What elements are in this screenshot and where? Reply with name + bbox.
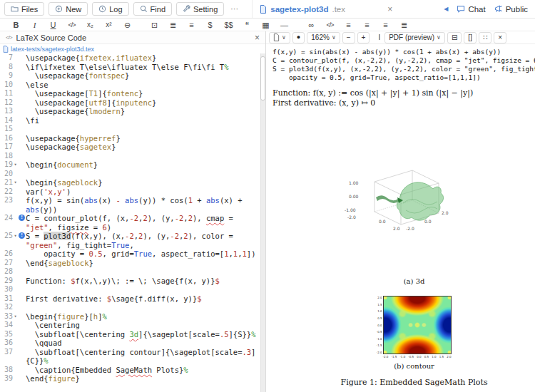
code-line[interactable]: 27\end{sageblock} bbox=[0, 259, 265, 268]
code-line[interactable]: 21▾\begin{sageblock} bbox=[0, 178, 265, 187]
fold-arrow-icon[interactable]: ▾ bbox=[13, 160, 18, 170]
brackets-view-button[interactable]: [] bbox=[464, 32, 477, 43]
code-line[interactable]: 32 bbox=[0, 303, 265, 312]
code-line[interactable]: 18 bbox=[0, 152, 265, 161]
find-button[interactable]: Find bbox=[133, 2, 172, 16]
more-menu-button[interactable]: ⋯ bbox=[228, 4, 240, 14]
code-line[interactable]: 9 \usepackage{fontspec} bbox=[0, 71, 265, 81]
info-badge-icon[interactable] bbox=[18, 214, 26, 232]
tab-sagetex-plot3d[interactable]: sagetex-plot3d.tex bbox=[252, 0, 379, 18]
horizontal-rule-button[interactable]: — bbox=[275, 19, 293, 31]
chat-button[interactable]: Chat bbox=[457, 5, 485, 14]
code-text[interactable]: \qquad bbox=[26, 339, 261, 348]
code-line[interactable]: 7\usepackage{ifxetex,ifluatex} bbox=[0, 53, 265, 63]
code-text[interactable]: \begin{document} bbox=[26, 160, 261, 170]
fold-arrow-icon[interactable]: ▾ bbox=[13, 232, 18, 249]
italic-button[interactable]: I bbox=[26, 19, 44, 31]
info-badge-icon[interactable] bbox=[18, 232, 26, 249]
code-text[interactable]: f(x,y) = sin(abs(x) - abs(y)) * cos(1 + … bbox=[26, 196, 261, 214]
code-line[interactable]: 36 \qquad bbox=[0, 339, 265, 348]
code-line[interactable]: 37 \subfloat[\centering contour]{\sagepl… bbox=[0, 348, 265, 366]
breadcrumb[interactable]: latex-tests/sagetex-plot3d.tex bbox=[0, 44, 265, 53]
code-line[interactable]: 13 \usepackage{lmodern} bbox=[0, 107, 265, 116]
code-line[interactable]: 29Function: $f(x,\,y)\; := \; \sage{f(x,… bbox=[0, 277, 265, 286]
superscript-button[interactable]: x² bbox=[100, 19, 118, 31]
editor-scrollbar-thumb[interactable] bbox=[260, 56, 265, 100]
code-text[interactable]: opacity = 0.5, grid=True, aspect_ratio=[… bbox=[26, 249, 261, 259]
split-view-button[interactable]: ⊟ bbox=[447, 32, 462, 43]
code-text[interactable]: \end{figure} bbox=[26, 374, 261, 383]
files-button[interactable]: Files bbox=[4, 2, 44, 16]
code-text[interactable] bbox=[26, 267, 261, 277]
new-button[interactable]: New bbox=[49, 2, 88, 16]
inline-math-button[interactable]: $ bbox=[201, 19, 219, 31]
code-text[interactable]: \usepackage{lmodern} bbox=[26, 107, 261, 116]
log-button[interactable]: Log bbox=[92, 2, 128, 16]
view-mode-dropdown[interactable]: PDF (preview)∨ bbox=[384, 32, 445, 43]
fullscreen-button[interactable]: ∷ bbox=[479, 32, 491, 43]
code-line[interactable]: 15 bbox=[0, 125, 265, 134]
code-text[interactable]: Function: $f(x,\,y)\; := \; \sage{f(x, y… bbox=[26, 277, 261, 286]
image-button[interactable]: ⊡ bbox=[146, 19, 163, 31]
code-line[interactable]: 34 \centering bbox=[0, 321, 265, 330]
code-text[interactable]: \usepackage{sagetex} bbox=[26, 143, 261, 152]
code-text[interactable]: \if\ifxetex T\else\ifluatex T\else F\fi\… bbox=[26, 63, 261, 72]
code-text[interactable]: S = plot3d(f(x,y), (x,-2,2), (y,-2,2), c… bbox=[26, 232, 261, 249]
page-menu-button[interactable]: ∨ bbox=[269, 32, 290, 43]
code-editor[interactable]: 7\usepackage{ifxetex,ifluatex}8\if\ifxet… bbox=[0, 53, 265, 392]
code-line[interactable]: 12 \usepackage[utf8]{inputenc} bbox=[0, 98, 265, 108]
inline-code-button[interactable]: </> bbox=[63, 19, 81, 31]
code-line[interactable]: 33▾\begin{figure}[h]% bbox=[0, 312, 265, 321]
code-text[interactable]: \subfloat[\centering contour]{\sageplot[… bbox=[26, 348, 261, 366]
code-text[interactable]: \end{sageblock} bbox=[26, 259, 261, 268]
compile-indicator-button[interactable]: ● bbox=[292, 32, 305, 43]
code-text[interactable] bbox=[26, 170, 261, 179]
align-right-button[interactable]: ≡ bbox=[377, 19, 394, 31]
code-text[interactable]: \begin{figure}[h]% bbox=[26, 312, 261, 321]
code-text[interactable]: \else bbox=[26, 81, 261, 90]
zoom-level-dropdown[interactable]: 162%∨ bbox=[307, 32, 340, 43]
align-center-button[interactable]: ≡ bbox=[358, 19, 376, 31]
code-text[interactable]: var('x,y') bbox=[26, 187, 261, 197]
code-line[interactable]: 10\else bbox=[0, 81, 265, 90]
code-text[interactable]: \usepackage[utf8]{inputenc} bbox=[26, 98, 261, 108]
code-line[interactable]: 8\if\ifxetex T\else\ifluatex T\else F\fi… bbox=[0, 63, 265, 72]
table-button[interactable]: ▦ bbox=[257, 19, 275, 31]
code-text[interactable] bbox=[26, 125, 261, 134]
blockquote-button[interactable]: “ bbox=[238, 19, 256, 31]
public-button[interactable]: Public bbox=[494, 5, 528, 14]
code-line[interactable]: 22var('x,y') bbox=[0, 187, 265, 197]
code-text[interactable] bbox=[26, 152, 261, 161]
tab-close-button[interactable]: × bbox=[383, 4, 397, 14]
align-left-button[interactable]: ≡ bbox=[340, 19, 357, 31]
code-line[interactable]: 16\usepackage{hyperref} bbox=[0, 134, 265, 143]
code-text[interactable] bbox=[26, 303, 261, 312]
code-line[interactable]: 19▾\begin{document} bbox=[0, 160, 265, 170]
display-math-button[interactable]: $$ bbox=[220, 19, 238, 31]
code-line[interactable]: 26 opacity = 0.5, grid=True, aspect_rati… bbox=[0, 249, 265, 259]
strikethrough-button[interactable]: ⊖ bbox=[118, 19, 136, 31]
code-line[interactable]: 11 \usepackage[T1]{fontenc} bbox=[0, 89, 265, 98]
code-text[interactable]: C = contour_plot(f, (x,-2,2), (y,-2,2), … bbox=[26, 214, 261, 232]
code-text[interactable]: \centering bbox=[26, 321, 261, 330]
ordered-list-button[interactable]: ≡ bbox=[183, 19, 200, 31]
code-line[interactable]: 23f(x,y) = sin(abs(x) - abs(y)) * cos(1 … bbox=[0, 196, 265, 214]
justify-button[interactable]: ≣ bbox=[395, 19, 413, 31]
collapse-left-icon[interactable]: ◀ bbox=[444, 6, 448, 12]
code-line[interactable]: 17\usepackage{sagetex} bbox=[0, 143, 265, 152]
underline-button[interactable]: U bbox=[44, 19, 62, 31]
code-line[interactable]: 31First derivative: $\sage{f.diff(x, y)}… bbox=[0, 294, 265, 304]
code-line[interactable]: 20 bbox=[0, 170, 265, 179]
zoom-out-button[interactable]: − bbox=[342, 32, 355, 43]
code-text[interactable]: \subfloat[\centering 3d]{\sageplot[scale… bbox=[26, 330, 261, 339]
code-line[interactable]: 28 bbox=[0, 267, 265, 277]
subscript-button[interactable]: x₂ bbox=[81, 19, 99, 31]
bold-button[interactable]: B bbox=[7, 19, 25, 31]
code-text[interactable]: \usepackage{ifxetex,ifluatex} bbox=[26, 53, 261, 63]
code-text[interactable]: \usepackage{fontspec} bbox=[26, 71, 261, 81]
code-line[interactable]: 30 bbox=[0, 285, 265, 294]
fold-arrow-icon[interactable]: ▾ bbox=[13, 312, 18, 321]
code-text[interactable]: \usepackage{hyperref} bbox=[26, 134, 261, 143]
code-text[interactable]: \fi bbox=[26, 116, 261, 125]
fold-arrow-icon[interactable]: ▾ bbox=[13, 178, 18, 187]
